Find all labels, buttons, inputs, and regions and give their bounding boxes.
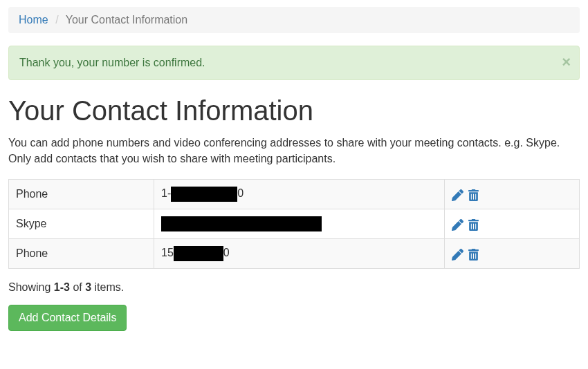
value-suffix: 0 (223, 247, 230, 259)
pencil-icon[interactable] (452, 218, 463, 230)
table-row: Phone1-0 (9, 180, 580, 209)
contact-value-cell: 150 (154, 239, 445, 269)
contacts-table: Phone1-0SkypePhone150 (8, 179, 580, 269)
page-title: Your Contact Information (8, 95, 580, 126)
page-description: You can add phone numbers and video conf… (8, 135, 580, 167)
redacted-block (161, 216, 322, 231)
pencil-icon[interactable] (452, 247, 463, 260)
trash-icon[interactable] (468, 188, 479, 200)
table-row: Phone150 (9, 239, 580, 269)
actions-cell (445, 180, 580, 209)
breadcrumb: Home / Your Contact Information (8, 7, 580, 33)
success-alert: Thank you, your number is confirmed. × (8, 46, 580, 80)
results-summary: Showing 1-3 of 3 items. (8, 281, 580, 294)
close-icon[interactable]: × (562, 55, 571, 70)
pencil-icon[interactable] (452, 188, 463, 200)
add-contact-details-button[interactable]: Add Contact Details (8, 305, 127, 331)
trash-icon[interactable] (468, 218, 479, 230)
value-prefix: 15 (161, 247, 174, 259)
summary-range: 1-3 (54, 281, 70, 293)
contact-value-cell (154, 209, 445, 239)
value-prefix: 1- (161, 188, 171, 200)
redacted-block (174, 246, 223, 261)
contact-value-cell: 1-0 (154, 180, 445, 209)
value-suffix: 0 (237, 188, 244, 200)
redacted-block (171, 187, 237, 202)
contact-type-cell: Phone (9, 239, 154, 269)
summary-mid: of (70, 281, 85, 293)
summary-prefix: Showing (8, 281, 54, 293)
actions-cell (445, 239, 580, 269)
alert-message: Thank you, your number is confirmed. (19, 57, 205, 68)
table-row: Skype (9, 209, 580, 239)
breadcrumb-separator: / (51, 14, 62, 26)
contact-type-cell: Skype (9, 209, 154, 239)
trash-icon[interactable] (468, 247, 479, 260)
breadcrumb-current: Your Contact Information (66, 14, 187, 26)
actions-cell (445, 209, 580, 239)
summary-total: 3 (85, 281, 91, 293)
summary-suffix: items. (91, 281, 124, 293)
breadcrumb-home-link[interactable]: Home (19, 14, 48, 26)
contact-type-cell: Phone (9, 180, 154, 209)
